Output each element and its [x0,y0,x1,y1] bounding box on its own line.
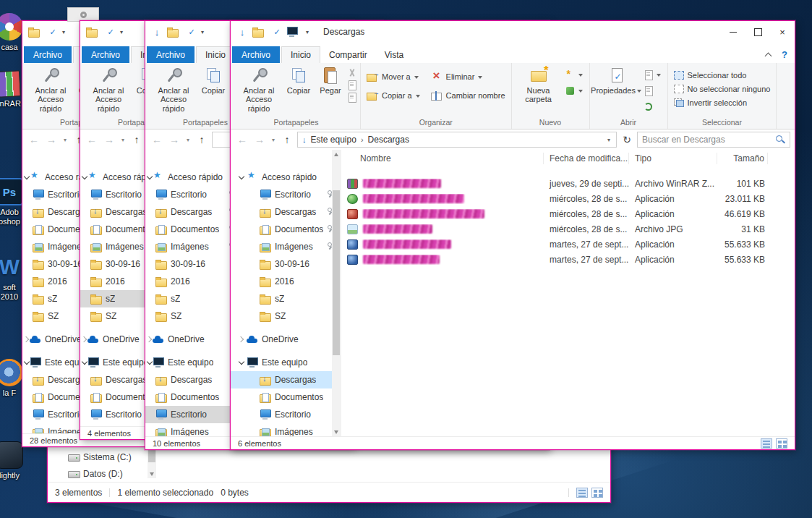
chevron-icon[interactable] [85,392,90,402]
chevron-icon[interactable] [147,334,153,344]
forward-button[interactable]: → [252,134,267,145]
chevron-icon[interactable] [150,259,155,269]
recent-locations-dropdown[interactable]: ▾ [61,137,69,143]
pin-to-quick-access-button[interactable]: Anclar al Acceso rápido [150,64,197,113]
sidebar-item[interactable]: Documentos [231,221,341,238]
tab-archivo[interactable]: Archivo [82,46,129,63]
column-header-date[interactable]: Fecha de modifica... [544,153,629,164]
quick-access-checkmark-icon[interactable]: ✓ [272,27,282,37]
sidebar-item[interactable]: 30-09-16 [231,255,341,273]
tab-inicio[interactable]: Inicio [281,46,320,63]
chevron-icon[interactable] [249,427,260,436]
chevron-icon[interactable] [24,172,30,182]
explorer-window-descargas[interactable]: ↓ ✓ ▾ Descargas × Archivo Inicio Compart… [230,20,795,450]
minimize-button[interactable] [721,21,745,43]
file-row[interactable]: miércoles, 28 de s... Aplicación 23.011 … [341,191,795,206]
chevron-icon[interactable] [150,242,155,252]
chevron-icon[interactable] [85,207,90,217]
chevron-icon[interactable] [147,172,153,182]
refresh-button[interactable]: ↻ [620,134,634,145]
invert-selection-button[interactable]: Invertir selección [672,96,750,109]
sidebar-item[interactable]: Documentos [145,221,239,238]
tab-compartir[interactable]: Compartir [320,46,376,63]
scrollbar-down-arrow[interactable] [148,469,156,478]
column-header-name[interactable]: Nombre [341,153,544,164]
tab-archivo[interactable]: Archivo [232,46,280,63]
tab-vista[interactable]: Vista [376,46,412,63]
chevron-icon[interactable] [85,224,90,234]
chevron-icon[interactable] [249,224,260,234]
chevron-icon[interactable] [150,294,155,304]
recent-locations-dropdown[interactable]: ▾ [270,137,277,143]
chevron-icon[interactable] [27,190,33,200]
thumbnails-view-button[interactable] [591,488,603,498]
chevron-icon[interactable] [82,334,87,344]
forward-button[interactable]: → [44,134,59,145]
delete-button[interactable]: Eliminar [429,70,508,83]
open-button[interactable] [641,68,664,81]
chevron-icon[interactable] [249,242,260,252]
sidebar-item[interactable]: Documentos [145,388,239,406]
chevron-icon[interactable] [85,242,90,252]
sidebar-item[interactable]: Imágenes [231,238,341,255]
window-titlebar[interactable]: ↓ ✓ ▾ Descargas × [231,21,795,43]
address-bar[interactable]: ↓ Este equipo › Descargas ▾ [297,132,617,148]
sidebar-item-drive[interactable]: Sistema (C:) [48,449,200,465]
chevron-icon[interactable] [27,259,33,269]
chevron-icon[interactable] [150,276,155,286]
maximize-button[interactable] [745,21,770,43]
copy-button[interactable]: Copiar [198,64,228,95]
chevron-icon[interactable] [249,392,260,402]
chevron-icon[interactable] [85,294,90,304]
chevron-icon[interactable] [85,276,90,286]
back-button[interactable]: ← [27,134,41,145]
chevron-icon[interactable] [150,409,155,420]
sidebar-scrollbar[interactable] [332,150,341,436]
history-button[interactable] [641,100,664,113]
sidebar-item[interactable]: sZ [145,290,239,307]
chevron-icon[interactable] [147,357,153,368]
customize-quick-access-dropdown[interactable]: ▾ [306,29,309,35]
chevron-icon[interactable] [236,334,247,344]
chevron-icon[interactable] [249,190,260,200]
sidebar-item[interactable]: Escritorio [145,186,239,203]
cut-icon[interactable] [347,68,356,77]
chevron-icon[interactable] [150,224,155,234]
sidebar-item[interactable]: OneDrive [231,331,341,348]
collapse-ribbon-icon[interactable] [764,51,773,59]
chevron-icon[interactable] [27,207,33,217]
sidebar-item[interactable]: OneDrive [145,331,239,348]
forward-button[interactable]: → [102,134,116,145]
chevron-icon[interactable] [27,276,33,286]
sidebar-item[interactable]: Escritorio [145,406,239,423]
new-folder-button[interactable]: Nueva carpeta [516,64,562,104]
tab-inicio[interactable]: Inicio [196,46,235,63]
new-item-button[interactable] [563,68,586,81]
chevron-down-icon[interactable]: ▾ [201,29,204,35]
sidebar-item[interactable]: Documentos [231,388,341,406]
sidebar-item[interactable]: Imágenes [145,423,239,436]
chevron-icon[interactable] [236,172,247,182]
file-row[interactable]: jueves, 29 de septi... Archivo WinRAR Z.… [341,176,795,191]
chevron-icon[interactable] [150,427,155,436]
chevron-icon[interactable] [249,311,260,321]
chevron-icon[interactable] [249,409,260,420]
file-row[interactable]: miércoles, 28 de s... Aplicación 46.619 … [341,206,795,221]
back-button[interactable]: ← [85,134,99,145]
chevron-icon[interactable] [85,311,90,321]
chevron-down-icon[interactable]: ▾ [120,29,123,35]
chevron-icon[interactable] [27,409,33,420]
sidebar-item[interactable]: SZ [231,307,341,325]
chevron-icon[interactable] [150,207,155,217]
up-button[interactable]: ↑ [129,134,144,145]
chevron-icon[interactable] [27,224,33,234]
column-header-size[interactable]: Tamaño [717,153,768,164]
search-input[interactable] [642,135,772,145]
file-row[interactable]: martes, 27 de sept... Aplicación 55.633 … [341,237,795,252]
search-box[interactable] [637,132,790,148]
chevron-icon[interactable] [249,375,260,385]
sidebar-item-drive[interactable]: Datos (D:) [48,465,200,482]
back-button[interactable]: ← [150,134,164,145]
column-header-type[interactable]: Tipo [629,153,717,164]
move-to-button[interactable]: Mover a [364,70,423,83]
